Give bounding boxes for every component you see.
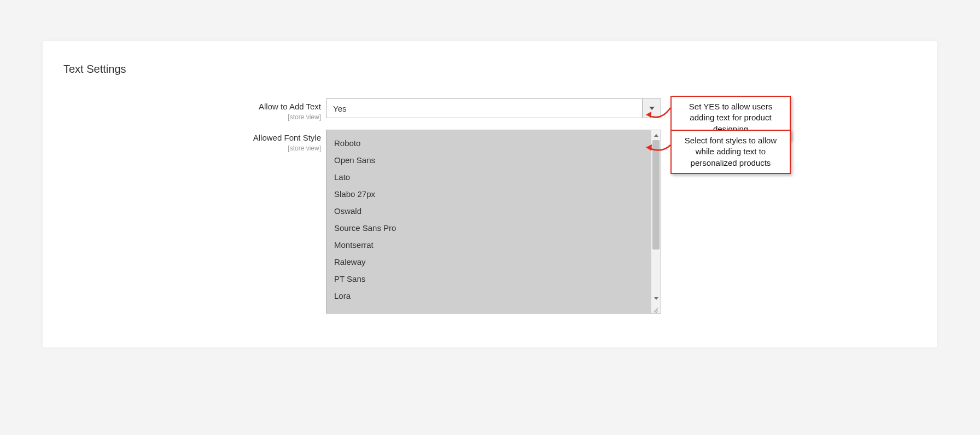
font-option[interactable]: Roboto xyxy=(326,135,651,152)
chevron-down-icon xyxy=(649,107,655,110)
svg-marker-2 xyxy=(654,297,658,300)
allowed-font-style-multiselect[interactable]: Roboto Open Sans Lato Slabo 27px Oswald … xyxy=(326,130,661,314)
field-label-wrap: Allow to Add Text [store view] xyxy=(184,102,321,121)
allow-add-text-select[interactable]: Yes xyxy=(326,98,661,118)
svg-marker-0 xyxy=(649,107,655,110)
field-label: Allowed Font Style xyxy=(184,133,321,143)
callout-font-style: Select font styles to allow while adding… xyxy=(670,130,791,174)
dropdown-button[interactable] xyxy=(642,99,661,118)
font-option[interactable]: Open Sans xyxy=(326,152,651,169)
scope-hint: [store view] xyxy=(288,144,321,152)
font-option[interactable]: PT Sans xyxy=(326,270,651,287)
field-label-wrap: Allowed Font Style [store view] xyxy=(184,133,321,153)
font-option[interactable]: Raleway xyxy=(326,253,651,270)
resize-handle-icon[interactable] xyxy=(651,303,661,313)
font-option[interactable]: Montserrat xyxy=(326,236,651,253)
section-title: Text Settings xyxy=(63,63,126,76)
font-option[interactable]: Lato xyxy=(326,169,651,185)
font-option[interactable]: Slabo 27px xyxy=(326,185,651,202)
scroll-down-icon[interactable] xyxy=(651,293,661,303)
scrollbar[interactable] xyxy=(651,130,661,313)
field-label: Allow to Add Text xyxy=(184,102,321,112)
font-option[interactable]: Lora xyxy=(326,287,651,304)
scroll-up-icon[interactable] xyxy=(651,130,661,140)
scrollbar-thumb[interactable] xyxy=(652,140,660,250)
select-value: Yes xyxy=(326,104,642,113)
settings-panel: Text Settings Allow to Add Text [store v… xyxy=(43,41,937,347)
font-option[interactable]: Source Sans Pro xyxy=(326,219,651,236)
scope-hint: [store view] xyxy=(288,113,321,121)
font-option[interactable]: Oswald xyxy=(326,202,651,219)
svg-marker-1 xyxy=(654,134,658,137)
font-options-list: Roboto Open Sans Lato Slabo 27px Oswald … xyxy=(326,130,651,313)
